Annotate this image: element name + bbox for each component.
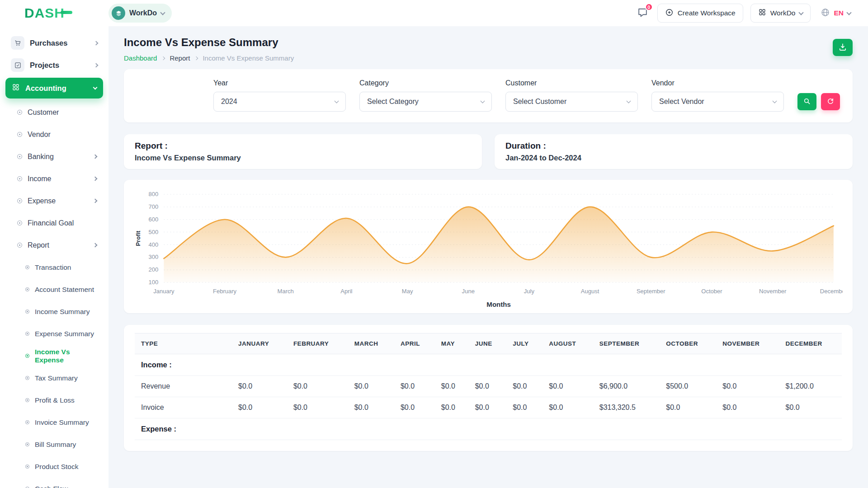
sidebar-item-label: Vendor [28, 131, 51, 139]
sidebar-item-income[interactable]: Income [5, 169, 103, 189]
language-label: EN [834, 9, 844, 17]
sidebar: Purchases Projects Accounting CustomerVe… [0, 26, 108, 488]
table-cell: $0.0 [716, 397, 779, 418]
sidebar-item-income-vs-expense[interactable]: Income Vs Expense [5, 346, 103, 366]
svg-text:700: 700 [149, 203, 159, 210]
sidebar-item-label: Invoice Summary [35, 418, 89, 427]
bullet-icon [25, 442, 29, 446]
reset-filter-button[interactable] [821, 93, 840, 110]
breadcrumb-current: Income Vs Expense Summary [203, 54, 294, 62]
column-header-march: MARCH [348, 333, 394, 354]
bullet-icon [25, 310, 29, 314]
check-square-icon [11, 58, 24, 72]
year-select[interactable]: 2024 [213, 92, 346, 112]
sidebar-item-invoice-summary[interactable]: Invoice Summary [5, 412, 103, 432]
messages-button[interactable]: 0 [635, 5, 650, 21]
chevron-right-icon [93, 243, 98, 248]
chevron-right-icon [94, 41, 99, 45]
language-selector[interactable]: EN [818, 7, 854, 19]
svg-text:December: December [820, 288, 843, 295]
report-submenu: TransactionAccount StatementIncome Summa… [0, 257, 108, 488]
report-info-value: Income Vs Expense Summary [135, 154, 471, 162]
chevron-down-icon [773, 99, 777, 103]
report-info-card: Report : Income Vs Expense Summary [124, 134, 482, 169]
svg-text:Months: Months [486, 300, 511, 308]
svg-text:200: 200 [149, 266, 159, 273]
table-cell: $0.0 [287, 376, 348, 397]
sidebar-item-accounting[interactable]: Accounting [5, 78, 103, 99]
sidebar-item-financial-goal[interactable]: Financial Goal [5, 213, 103, 233]
table-cell: $0.0 [348, 397, 394, 418]
sidebar-item-label: Customer [28, 108, 59, 117]
workspace-label: WorkDo [129, 9, 157, 17]
table-body: Income :Revenue$0.0$0.0$0.0$0.0$0.0$0.0$… [135, 354, 842, 440]
vendor-select[interactable]: Select Vendor [651, 92, 784, 112]
customer-select-value: Select Customer [513, 98, 566, 106]
sidebar-item-label: Income Summary [35, 308, 90, 316]
filter-actions [797, 93, 840, 110]
create-workspace-button[interactable]: Create Workspace [657, 4, 743, 23]
sidebar-item-bill-summary[interactable]: Bill Summary [5, 434, 103, 455]
create-workspace-label: Create Workspace [678, 9, 736, 17]
column-header-may: MAY [435, 333, 469, 354]
vendor-label: Vendor [651, 79, 784, 87]
category-select-value: Select Category [367, 98, 419, 106]
table-cell: $500.0 [660, 376, 716, 397]
breadcrumb-report[interactable]: Report [170, 54, 190, 62]
workdo-menu-button[interactable]: WorkDo [750, 4, 811, 23]
chevron-down-icon [160, 10, 165, 15]
svg-text:January: January [153, 288, 175, 295]
brand-logo[interactable]: DASH [24, 5, 65, 21]
logo-dash-bar-icon [61, 11, 72, 14]
sidebar-item-cash-flow[interactable]: Cash Flow [5, 479, 103, 488]
customer-label: Customer [505, 79, 638, 87]
workspace-switcher[interactable]: WorkDo [108, 4, 172, 23]
sidebar-item-customer[interactable]: Customer [5, 102, 103, 122]
bullet-icon [25, 287, 29, 291]
sidebar-item-product-stock[interactable]: Product Stock [5, 456, 103, 477]
summary-table: TYPEJANUARYFEBRUARYMARCHAPRILMAYJUNEJULY… [135, 333, 842, 440]
sidebar-item-label: Income [28, 175, 51, 183]
workdo-menu-label: WorkDo [770, 9, 796, 17]
table-section-label: Expense : [135, 418, 842, 440]
customer-field: Customer Select Customer [505, 79, 638, 112]
apply-filter-button[interactable] [797, 93, 816, 110]
chevron-down-icon [481, 99, 485, 103]
grid-icon [758, 8, 766, 18]
customer-select[interactable]: Select Customer [505, 92, 638, 112]
brand-logo-text: DASH [24, 5, 65, 21]
sidebar-item-expense[interactable]: Expense [5, 191, 103, 211]
svg-text:October: October [701, 288, 722, 295]
info-cards-row: Report : Income Vs Expense Summary Durat… [124, 134, 853, 169]
sidebar-item-account-statement[interactable]: Account Statement [5, 279, 103, 300]
chevron-right-icon [93, 199, 98, 203]
sidebar-item-purchases[interactable]: Purchases [5, 33, 103, 53]
bullet-icon [17, 221, 22, 225]
svg-text:May: May [402, 288, 413, 295]
sidebar-item-banking[interactable]: Banking [5, 146, 103, 167]
cart-icon [11, 36, 24, 50]
table-cell: $0.0 [469, 397, 507, 418]
sidebar-item-report[interactable]: Report [5, 235, 103, 255]
category-select[interactable]: Select Category [359, 92, 492, 112]
bullet-icon [25, 376, 29, 380]
chevron-down-icon [627, 99, 631, 103]
breadcrumb-dashboard[interactable]: Dashboard [124, 54, 157, 62]
sidebar-item-income-summary[interactable]: Income Summary [5, 301, 103, 322]
page-header-titles: Income Vs Expense Summary Dashboard Repo… [124, 36, 294, 62]
page-title: Income Vs Expense Summary [124, 36, 294, 49]
sidebar-item-vendor[interactable]: Vendor [5, 124, 103, 145]
sidebar-item-expense-summary[interactable]: Expense Summary [5, 324, 103, 344]
column-header-september: SEPTEMBER [593, 333, 660, 354]
bullet-icon [17, 154, 22, 159]
sidebar-item-profit-loss[interactable]: Profit & Loss [5, 390, 103, 410]
download-button[interactable] [833, 39, 853, 56]
sidebar-item-tax-summary[interactable]: Tax Summary [5, 368, 103, 388]
svg-text:July: July [524, 288, 535, 295]
svg-text:November: November [759, 288, 787, 295]
bullet-icon [17, 176, 22, 181]
chevron-down-icon [335, 99, 339, 103]
sidebar-item-label: Financial Goal [28, 219, 74, 227]
sidebar-item-projects[interactable]: Projects [5, 55, 103, 75]
sidebar-item-transaction[interactable]: Transaction [5, 257, 103, 277]
